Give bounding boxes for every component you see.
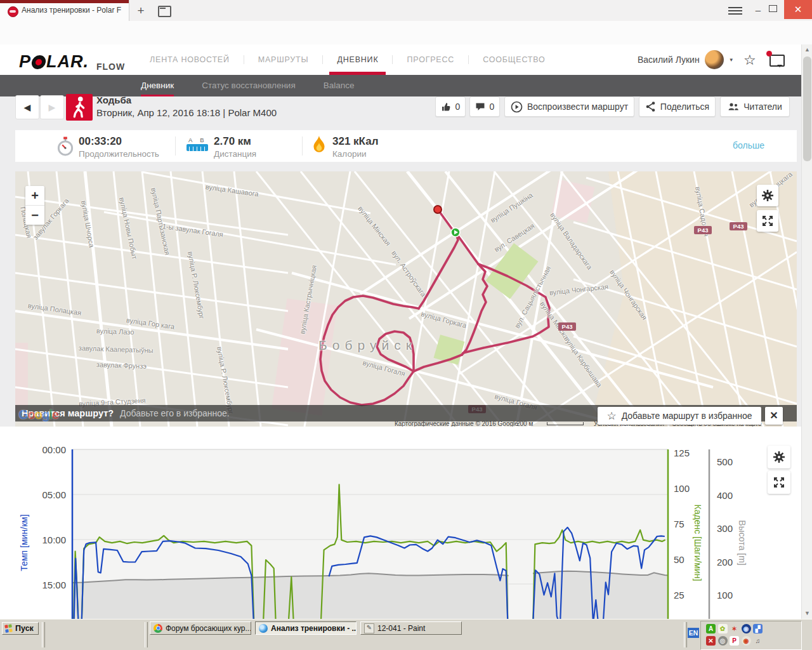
window-minimize-button[interactable]: –: [752, 4, 764, 17]
previous-activity-button[interactable]: ◀: [15, 95, 39, 119]
globe-ico: [259, 624, 268, 633]
pace-tick-label: 00:00: [0, 444, 66, 455]
taskbar: Пуск a⌂O▤Be☻C Форум бросающих кур...Анал…: [0, 619, 812, 650]
taskbar-button-3[interactable]: ✎12-041 - Paint: [360, 621, 462, 635]
subnav-item-2[interactable]: Статус восстановления: [202, 75, 296, 96]
alert-icon[interactable]: ✶: [730, 624, 739, 633]
favorite-prompt-subtitle: Добавьте его в избранное.: [120, 408, 230, 418]
notifications-icon[interactable]: [769, 55, 785, 67]
gear-icon: [773, 451, 785, 463]
avatar: [705, 50, 724, 69]
road-badge: P43: [694, 226, 712, 234]
distance-label: Дистанция: [214, 149, 256, 159]
taskbar-button-2[interactable]: Анализ тренировки - ...: [255, 621, 357, 635]
subnav-item-3[interactable]: Balance: [324, 75, 355, 96]
summary-stats-bar: 00:33:20 Продолжительность AB 2.70 км Ди…: [15, 130, 797, 162]
close-favorite-prompt-button[interactable]: ✕: [765, 407, 783, 425]
play-icon: [511, 101, 523, 113]
nav-item-1[interactable]: ЛЕНТА НОВОСТЕЙ: [136, 44, 244, 75]
network-icon[interactable]: ▞: [753, 624, 763, 633]
altitude-tick-label: 200: [717, 557, 733, 567]
fullscreen-icon: [762, 215, 773, 227]
chevron-down-icon: ▼: [729, 57, 734, 63]
duration-label: Продолжительность: [79, 149, 159, 159]
duration-value: 00:33:20: [79, 135, 159, 148]
star-icon: ☆: [606, 409, 616, 423]
browser-nav-bar: ← ⌂ ↻ https://flow.polar.com/training/an…: [0, 21, 812, 45]
activity-title: Ходьба: [96, 95, 131, 105]
nav-item-5[interactable]: СООБЩЕСТВО: [469, 44, 559, 75]
volume-icon[interactable]: ♫: [753, 636, 763, 646]
chart-settings-button[interactable]: [768, 446, 790, 468]
map-fullscreen-button[interactable]: [757, 210, 778, 232]
window-close-button[interactable]: ✕: [784, 0, 812, 19]
cadence-tick-label: 25: [674, 590, 684, 600]
chart-fullscreen-button[interactable]: [768, 471, 790, 494]
chrome-ico: [154, 624, 162, 633]
google-logo: Google: [18, 408, 58, 422]
cadence-tick-label: 125: [674, 448, 690, 458]
distance-value: 2.70 км: [214, 135, 256, 148]
start-button[interactable]: Пуск: [2, 622, 39, 635]
scrollbar-thumb[interactable]: [803, 56, 811, 161]
duration-icon: [56, 136, 75, 159]
webcam-icon[interactable]: ◎: [718, 636, 728, 646]
altitude-tick-label: 300: [717, 523, 733, 534]
tab-list-icon[interactable]: [158, 6, 171, 17]
antivirus-icon[interactable]: A: [706, 624, 716, 633]
screen: Анализ тренировки - Polar F + – ✕ ← ⌂ ↻ …: [0, 0, 812, 650]
share-button[interactable]: Поделиться: [639, 96, 716, 117]
zoom-in-button[interactable]: +: [25, 186, 44, 205]
add-route-to-favorites-button[interactable]: ☆ Добавьте маршрут в избранное: [598, 407, 761, 425]
notification-dot: [766, 51, 772, 56]
favorites-star-icon[interactable]: ☆: [743, 52, 756, 69]
zoom-out-button[interactable]: −: [25, 206, 44, 225]
windows-logo-icon: [4, 624, 13, 633]
comment-bubble-icon: [475, 102, 485, 112]
polar-tray-icon[interactable]: P: [730, 636, 739, 646]
road-badge: P43: [730, 222, 747, 230]
browser-tab[interactable]: Анализ тренировки - Polar F: [0, 0, 129, 21]
readers-button[interactable]: Читатели: [720, 96, 790, 117]
shield-icon[interactable]: ✕: [706, 636, 716, 646]
subnav-item-1[interactable]: Дневник: [141, 75, 174, 96]
window-restore-button[interactable]: [769, 5, 777, 12]
replay-route-button[interactable]: Воспроизвести маршрут: [504, 96, 634, 117]
map-settings-button[interactable]: [757, 185, 778, 206]
scroll-down-arrow[interactable]: ▼: [802, 608, 812, 619]
torrent-icon[interactable]: ◉: [742, 624, 751, 633]
like-button[interactable]: 0: [435, 96, 466, 117]
scrollbar[interactable]: ▲ ▼: [801, 44, 812, 619]
altitude-tick-label: 500: [717, 456, 733, 467]
leaf-icon[interactable]: ✿: [718, 624, 728, 633]
scroll-up-arrow[interactable]: ▲: [802, 44, 812, 55]
nav-item-4[interactable]: ПРОГРЕСС: [393, 44, 468, 75]
cadence-tick-label: 100: [674, 483, 690, 494]
route-end-marker: [434, 206, 442, 213]
more-link[interactable]: больше: [733, 140, 764, 150]
polar-header: PLAR. FLOW ЛЕНТА НОВОСТЕЙМАРШРУТЫДНЕВНИК…: [0, 44, 812, 75]
pace-tick-label: 10:00: [0, 534, 66, 545]
attribution-text: Картографические данные © 2016 Google: [395, 420, 518, 427]
cadence-tick-label: 75: [674, 519, 684, 529]
diary-subnav: ДневникСтатус восстановленияBalance: [0, 75, 812, 96]
altitude-tick-label: 100: [717, 590, 733, 600]
city-label: Бобруйск: [318, 338, 417, 353]
user-menu[interactable]: Василий Лукин ▼: [638, 44, 734, 75]
paint-ico: ✎: [364, 623, 374, 633]
browser-menu-icon[interactable]: [728, 5, 742, 15]
nav-item-2[interactable]: МАРШРУТЫ: [244, 44, 323, 75]
share-icon: [645, 101, 656, 112]
nav-item-3[interactable]: ДНЕВНИК: [323, 44, 392, 75]
route-map[interactable]: Бобруйск вуліца Мінскаявуліца Пушкінавул…: [15, 171, 797, 427]
polar-logo[interactable]: PLAR.: [19, 52, 89, 72]
language-indicator[interactable]: EN: [688, 628, 699, 638]
taskbar-button-1[interactable]: Форум бросающих кур...: [150, 621, 251, 635]
next-activity-button[interactable]: ▶: [40, 95, 64, 119]
comments-button[interactable]: 0: [469, 96, 500, 117]
altitude-axis-title: Высота [m]: [737, 520, 747, 565]
updater-icon[interactable]: ◉: [742, 636, 751, 646]
new-tab-button[interactable]: +: [133, 4, 148, 18]
road-badge: P43: [558, 322, 576, 331]
tab-title: Анализ тренировки - Polar F: [22, 6, 124, 15]
